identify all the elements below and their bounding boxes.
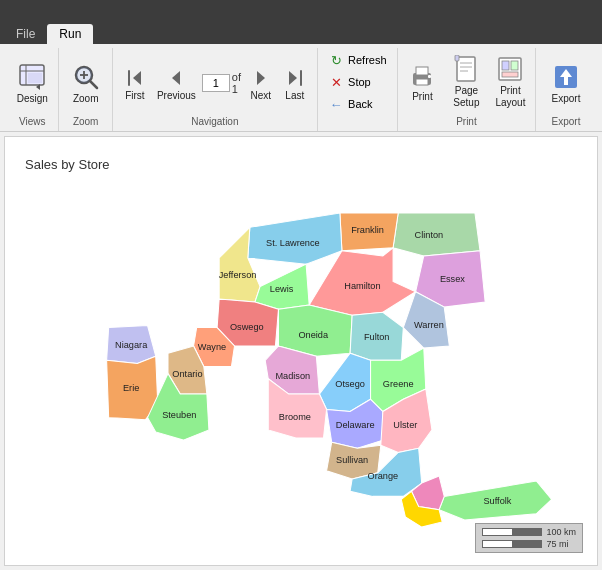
ribbon-group-views: Design Views <box>6 48 59 131</box>
stop-icon: ✕ <box>328 74 344 90</box>
ribbon: Design Views Zoom Zoom <box>0 44 602 132</box>
svg-text:Sullivan: Sullivan <box>336 455 368 465</box>
first-button[interactable]: First <box>119 63 151 104</box>
svg-text:Lewis: Lewis <box>270 284 294 294</box>
svg-text:Fulton: Fulton <box>364 332 390 342</box>
svg-text:Erie: Erie <box>123 383 139 393</box>
svg-text:Hamilton: Hamilton <box>344 281 380 291</box>
back-label: Back <box>348 98 372 110</box>
refresh-button[interactable]: ↻ Refresh <box>323 50 392 70</box>
svg-rect-23 <box>455 55 459 61</box>
previous-button[interactable]: Previous <box>153 63 200 104</box>
back-button[interactable]: ← Back <box>323 94 392 114</box>
svg-line-6 <box>90 81 97 88</box>
svg-text:Wayne: Wayne <box>198 342 226 352</box>
zoom-group-label: Zoom <box>73 116 99 129</box>
svg-rect-18 <box>428 75 431 78</box>
svg-rect-3 <box>28 73 42 83</box>
export-group-label: Export <box>552 116 581 129</box>
back-icon: ← <box>328 96 344 112</box>
navigation-group-label: Navigation <box>191 116 238 129</box>
last-label: Last <box>285 90 304 101</box>
svg-rect-17 <box>416 79 428 85</box>
tab-run[interactable]: Run <box>47 24 93 44</box>
design-label: Design <box>17 93 48 105</box>
svg-marker-10 <box>133 71 141 85</box>
print-group-label: Print <box>456 116 477 129</box>
export-icon <box>550 61 582 93</box>
km-label: 100 km <box>546 527 576 537</box>
svg-text:Delaware: Delaware <box>336 420 375 430</box>
svg-marker-12 <box>257 71 265 85</box>
stop-label: Stop <box>348 76 371 88</box>
svg-text:Ulster: Ulster <box>393 420 417 430</box>
svg-text:Oswego: Oswego <box>230 322 264 332</box>
next-icon <box>249 66 273 90</box>
previous-icon <box>164 66 188 90</box>
views-group-label: Views <box>19 116 46 129</box>
design-button[interactable]: Design <box>11 58 53 108</box>
actions-content: ↻ Refresh ✕ Stop ← Back <box>323 50 392 114</box>
first-icon <box>123 66 147 90</box>
print-layout-button[interactable]: PrintLayout <box>489 50 531 112</box>
page-setup-label: PageSetup <box>453 85 479 109</box>
stop-button[interactable]: ✕ Stop <box>323 72 392 92</box>
svg-text:Otsego: Otsego <box>335 379 365 389</box>
svg-text:Steuben: Steuben <box>162 410 196 420</box>
tab-file[interactable]: File <box>4 24 47 44</box>
print-layout-icon <box>494 53 526 85</box>
last-icon <box>283 66 307 90</box>
refresh-label: Refresh <box>348 54 387 66</box>
svg-text:Greene: Greene <box>383 379 414 389</box>
svg-text:Jefferson: Jefferson <box>219 270 257 280</box>
mi-label: 75 mi <box>546 539 568 549</box>
views-content: Design <box>11 50 53 116</box>
scale-bar: 100 km 75 mi <box>475 523 583 553</box>
svg-text:Warren: Warren <box>414 320 444 330</box>
svg-rect-26 <box>511 61 518 70</box>
ribbon-group-export: Export Export <box>536 48 596 131</box>
svg-text:Franklin: Franklin <box>351 225 384 235</box>
svg-rect-25 <box>502 61 509 70</box>
print-icon <box>406 59 438 91</box>
export-label: Export <box>552 93 581 105</box>
ribbon-group-navigation: First Previous of 1 Next <box>113 48 318 131</box>
print-label: Print <box>412 91 433 103</box>
svg-rect-27 <box>502 72 518 77</box>
print-content: Print PageSetup <box>401 50 531 112</box>
first-label: First <box>125 90 144 101</box>
svg-text:Broome: Broome <box>279 412 311 422</box>
svg-text:Suffolk: Suffolk <box>483 496 511 506</box>
last-button[interactable]: Last <box>279 63 311 104</box>
report-title: Sales by Store <box>25 157 110 172</box>
export-content: Export <box>545 50 587 116</box>
svg-text:Orange: Orange <box>368 471 399 481</box>
zoom-button[interactable]: Zoom <box>65 58 107 108</box>
design-icon <box>16 61 48 93</box>
zoom-content: Zoom <box>65 50 107 116</box>
svg-marker-11 <box>172 71 180 85</box>
ribbon-group-zoom: Zoom Zoom <box>59 48 112 131</box>
print-button[interactable]: Print <box>401 56 443 106</box>
previous-label: Previous <box>157 90 196 101</box>
page-setup-button[interactable]: PageSetup <box>445 50 487 112</box>
svg-text:St. Lawrence: St. Lawrence <box>266 238 320 248</box>
ribbon-group-print: Print PageSetup <box>398 48 536 131</box>
export-button[interactable]: Export <box>545 58 587 108</box>
refresh-icon: ↻ <box>328 52 344 68</box>
print-layout-label: PrintLayout <box>495 85 525 109</box>
title-bar <box>0 0 602 22</box>
content-area: Sales by Store Clinton Franklin St. Lawr… <box>4 136 598 566</box>
page-number-input[interactable] <box>202 74 230 92</box>
zoom-label: Zoom <box>73 93 99 105</box>
svg-marker-14 <box>289 71 297 85</box>
map-container: Clinton Franklin St. Lawrence Essex Jeff… <box>35 182 567 555</box>
zoom-icon <box>70 61 102 93</box>
svg-text:Madison: Madison <box>275 371 310 381</box>
nav-content: First Previous of 1 Next <box>119 50 311 116</box>
ribbon-group-actions: ↻ Refresh ✕ Stop ← Back <box>318 48 398 131</box>
next-button[interactable]: Next <box>245 63 277 104</box>
page-setup-icon <box>450 53 482 85</box>
svg-text:Essex: Essex <box>440 274 465 284</box>
svg-text:Ontario: Ontario <box>172 369 202 379</box>
